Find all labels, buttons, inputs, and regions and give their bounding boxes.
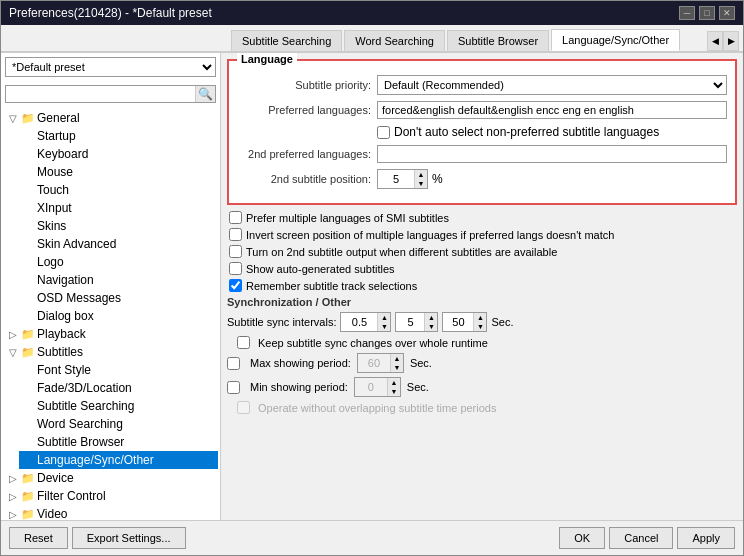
tree-item-skin-advanced[interactable]: Skin Advanced: [19, 235, 218, 253]
tab-next-arrow[interactable]: ▶: [723, 31, 739, 51]
sync-interval3-down[interactable]: ▼: [474, 322, 486, 331]
tree-item-mouse[interactable]: Mouse: [19, 163, 218, 181]
folder-icon-filter: 📁: [21, 490, 35, 503]
checkboxes-section: Prefer multiple languages of SMI subtitl…: [227, 211, 737, 292]
reset-button[interactable]: Reset: [9, 527, 68, 549]
second-position-input[interactable]: [378, 170, 414, 188]
sync-interval1-spinner: ▲ ▼: [340, 312, 391, 332]
toggle-general[interactable]: ▽: [5, 113, 21, 124]
min-period-up[interactable]: ▲: [388, 378, 400, 387]
sync-interval3-up[interactable]: ▲: [474, 313, 486, 322]
tab-word-searching[interactable]: Word Searching: [344, 30, 445, 51]
search-input[interactable]: [6, 86, 195, 102]
sync-interval3-input[interactable]: [443, 313, 473, 331]
max-period-arrows: ▲ ▼: [390, 354, 403, 372]
sync-sec-label: Sec.: [491, 316, 513, 328]
tree-item-subtitles[interactable]: ▽ 📁 Subtitles: [3, 343, 218, 361]
maximize-button[interactable]: □: [699, 6, 715, 20]
subtitle-priority-control: Default (Recommended): [377, 75, 727, 95]
toggle-device[interactable]: ▷: [5, 473, 21, 484]
prefer-multiple-checkbox[interactable]: [229, 211, 242, 224]
sync-interval1-input[interactable]: [341, 313, 377, 331]
toggle-subtitles[interactable]: ▽: [5, 347, 21, 358]
subtitle-priority-select[interactable]: Default (Recommended): [377, 75, 727, 95]
tab-prev-arrow[interactable]: ◀: [707, 31, 723, 51]
tree-item-language-sync[interactable]: Language/Sync/Other: [19, 451, 218, 469]
tree-item-word-searching[interactable]: Word Searching: [19, 415, 218, 433]
tab-subtitle-searching[interactable]: Subtitle Searching: [231, 30, 342, 51]
tree-item-startup[interactable]: Startup: [19, 127, 218, 145]
tab-subtitle-browser[interactable]: Subtitle Browser: [447, 30, 549, 51]
sync-interval2-up[interactable]: ▲: [425, 313, 437, 322]
tree-item-subtitle-browser[interactable]: Subtitle Browser: [19, 433, 218, 451]
content-area: Subtitle Searching Word Searching Subtit…: [1, 25, 743, 555]
tree-item-osd-messages[interactable]: OSD Messages: [19, 289, 218, 307]
toggle-filter-control[interactable]: ▷: [5, 491, 21, 502]
sync-interval2-input[interactable]: [396, 313, 424, 331]
folder-icon-video: 📁: [21, 508, 35, 521]
tree-item-logo[interactable]: Logo: [19, 253, 218, 271]
show-auto-checkbox[interactable]: [229, 262, 242, 275]
second-position-down[interactable]: ▼: [415, 179, 427, 188]
window-title: Preferences(210428) - *Default preset: [9, 6, 212, 20]
export-button[interactable]: Export Settings...: [72, 527, 186, 549]
min-period-arrows: ▲ ▼: [387, 378, 400, 396]
preferences-window: Preferences(210428) - *Default preset ─ …: [0, 0, 744, 556]
search-box: 🔍: [5, 85, 216, 103]
ok-button[interactable]: OK: [559, 527, 605, 549]
tree-item-font-style[interactable]: Font Style: [19, 361, 218, 379]
prefer-multiple-row: Prefer multiple languages of SMI subtitl…: [227, 211, 737, 224]
tree-item-filter-control[interactable]: ▷ 📁 Filter Control: [3, 487, 218, 505]
dont-auto-select-checkbox[interactable]: [377, 126, 390, 139]
main-area: *Default preset 🔍 ▽ 📁 General: [1, 52, 743, 520]
operate-checkbox[interactable]: [237, 401, 250, 414]
tree-item-xinput[interactable]: XInput: [19, 199, 218, 217]
preset-select[interactable]: *Default preset: [5, 57, 216, 77]
tree-item-keyboard[interactable]: Keyboard: [19, 145, 218, 163]
min-period-checkbox[interactable]: [227, 381, 240, 394]
prefer-multiple-label: Prefer multiple languages of SMI subtitl…: [246, 212, 449, 224]
max-period-up[interactable]: ▲: [391, 354, 403, 363]
tree-item-touch[interactable]: Touch: [19, 181, 218, 199]
keep-sync-row: Keep subtitle sync changes over whole ru…: [227, 336, 737, 349]
keep-sync-checkbox[interactable]: [237, 336, 250, 349]
tab-language-sync-other[interactable]: Language/Sync/Other: [551, 29, 680, 51]
close-button[interactable]: ✕: [719, 6, 735, 20]
tree-item-navigation[interactable]: Navigation: [19, 271, 218, 289]
tree-item-dialog-box[interactable]: Dialog box: [19, 307, 218, 325]
second-position-up[interactable]: ▲: [415, 170, 427, 179]
search-button[interactable]: 🔍: [195, 86, 215, 102]
tree-item-device[interactable]: ▷ 📁 Device: [3, 469, 218, 487]
folder-icon-subtitles: 📁: [21, 346, 35, 359]
remember-track-checkbox[interactable]: [229, 279, 242, 292]
tree-item-video[interactable]: ▷ 📁 Video: [3, 505, 218, 520]
apply-button[interactable]: Apply: [677, 527, 735, 549]
max-period-down[interactable]: ▼: [391, 363, 403, 372]
sync-interval1-down[interactable]: ▼: [378, 322, 390, 331]
invert-screen-checkbox[interactable]: [229, 228, 242, 241]
second-position-unit: %: [432, 172, 443, 186]
max-period-input[interactable]: [358, 354, 390, 372]
turn-on-2nd-row: Turn on 2nd subtitle output when differe…: [227, 245, 737, 258]
folder-icon-playback: 📁: [21, 328, 35, 341]
tree-item-skins[interactable]: Skins: [19, 217, 218, 235]
max-period-checkbox[interactable]: [227, 357, 240, 370]
sync-section: Synchronization / Other Subtitle sync in…: [227, 296, 737, 349]
second-position-spinner: ▲ ▼: [377, 169, 428, 189]
second-position-row: 2nd subtitle position: ▲ ▼ %: [237, 169, 727, 189]
tree-item-playback[interactable]: ▷ 📁 Playback: [3, 325, 218, 343]
tree-item-subtitle-searching[interactable]: Max showing period:Subtitle Searching: [19, 397, 218, 415]
cancel-button[interactable]: Cancel: [609, 527, 673, 549]
tree-item-fade-3d[interactable]: Fade/3D/Location: [19, 379, 218, 397]
tree-item-general[interactable]: ▽ 📁 General: [3, 109, 218, 127]
sync-interval2-down[interactable]: ▼: [425, 322, 437, 331]
second-preferred-input[interactable]: [377, 145, 727, 163]
minimize-button[interactable]: ─: [679, 6, 695, 20]
sync-interval1-up[interactable]: ▲: [378, 313, 390, 322]
min-period-down[interactable]: ▼: [388, 387, 400, 396]
preferred-languages-input[interactable]: [377, 101, 727, 119]
toggle-playback[interactable]: ▷: [5, 329, 21, 340]
turn-on-2nd-checkbox[interactable]: [229, 245, 242, 258]
toggle-video[interactable]: ▷: [5, 509, 21, 520]
min-period-input[interactable]: [355, 378, 387, 396]
